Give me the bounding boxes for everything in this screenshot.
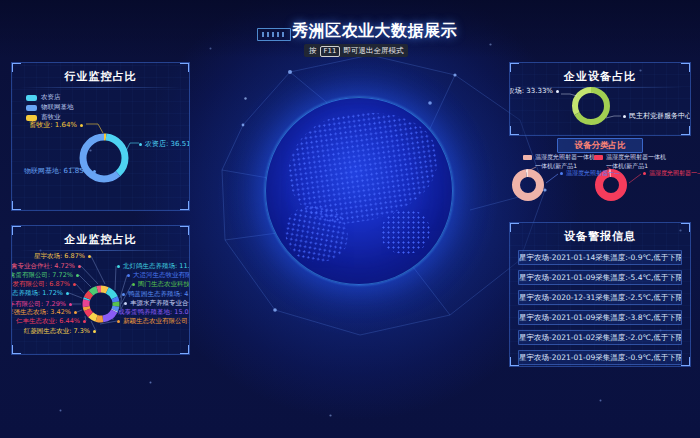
corner-bracket xyxy=(180,62,190,72)
header: 秀洲区农业大数据展示 按F11即可退出全屏模式 xyxy=(0,0,700,58)
enterprise-label: 新颖生态农业有限公司: 6.87% xyxy=(117,318,190,325)
alarm-row: 星宇农场-2021-01-09采集温度:-5.4℃,低于下限:0℃ xyxy=(518,270,682,285)
dashboard: 秀洲区农业大数据展示 按F11即可退出全屏模式 行业监控占比 农资店 物联网基地… xyxy=(0,0,700,438)
alarm-row: 星宇农场-2021-01-14采集温度:-0.9℃,低于下限:0℃ xyxy=(518,250,682,265)
panel-category: 设备分类占比 温湿度光照射器一体机 一体机(新产品1 温湿度光照射器一体机 一体… xyxy=(509,136,689,218)
enterprise-label: 丰源水产养殖专业合作社: 1. xyxy=(124,300,190,307)
callout-livestock: 畜牧业: 1.64% xyxy=(29,121,83,129)
enterprise-label: 和越家禽专业合作社: 4.72% xyxy=(11,263,81,270)
equipment-donut-chart[interactable] xyxy=(567,82,615,130)
panel-title-category: 设备分类占比 xyxy=(557,138,643,153)
enterprise-label: 陶门生态农业科技有限公 xyxy=(132,281,190,288)
enterprise-label: 红菱园生态农业: 7.3% xyxy=(24,328,96,335)
corner-bracket xyxy=(11,62,21,72)
category-left-legend-machine[interactable]: 温湿度光照射器一体机 xyxy=(535,153,595,160)
legend-swatch xyxy=(26,105,37,111)
enterprise-label: 鸭蓝园生态养殖场: 4.29% xyxy=(122,291,190,298)
panel-title-industry: 行业监控占比 xyxy=(12,63,189,84)
callout-iot: 物联网基地: 61.85% xyxy=(24,167,96,175)
panel-title-enterprise: 企业监控占比 xyxy=(12,226,189,247)
equipment-label-right: 民主村党群服务中心: xyxy=(623,112,691,120)
category-left-pointer: 温湿度光照射器一— xyxy=(560,169,620,176)
corner-bracket xyxy=(180,225,190,235)
corner-bracket xyxy=(509,62,519,72)
enterprise-label: 星宇农场: 6.87% xyxy=(34,253,91,260)
hint-prefix: 按 xyxy=(309,46,317,55)
corner-bracket xyxy=(11,201,21,211)
category-left-donut-chart[interactable] xyxy=(508,165,548,205)
corner-bracket xyxy=(681,222,691,232)
panel-enterprise: 企业监控占比 星宇农场: 6.87% 和越家禽专业合作社: 4.72% 家绿禽蛋… xyxy=(11,225,190,355)
corner-bracket xyxy=(681,62,691,72)
enterprise-label: 大运河生态牧业有限责任公 xyxy=(127,272,190,279)
enterprise-label: 仁丰生态农业: 6.44% xyxy=(16,318,86,325)
enterprise-label: 北灯鸽生态养殖场: 11.16% xyxy=(117,263,190,270)
corner-bracket xyxy=(11,345,21,355)
category-right-pointer: 温湿度光照射器一— xyxy=(643,169,700,176)
legend-item-iot[interactable]: 物联网基地 xyxy=(26,103,74,112)
category-right-legend-machine[interactable]: 温湿度光照射器一体机 xyxy=(606,153,666,160)
enterprise-label: 李强生态农场: 3.42% xyxy=(11,309,77,316)
corner-bracket xyxy=(180,201,190,211)
category-right-swatch xyxy=(594,155,603,160)
legend-swatch xyxy=(26,115,37,121)
corner-bracket xyxy=(681,126,691,136)
panel-title-alarms: 设备警报信息 xyxy=(510,223,690,244)
equipment-label-left: 星宇农场: 33.33% xyxy=(509,87,559,95)
alarm-row: 星宇农场-2021-01-09采集温度:-0.9℃,低于下限:0℃ xyxy=(518,350,682,365)
enterprise-label: 家绿禽蛋有限公司: 7.72% xyxy=(11,272,79,279)
legend-swatch xyxy=(26,95,37,101)
fullscreen-hint: 按F11即可退出全屏模式 xyxy=(304,44,408,57)
hint-suffix: 即可退出全屏模式 xyxy=(343,46,403,55)
panel-equipment: 企业设备占比 星宇农场: 33.33% 民主村党群服务中心: xyxy=(509,62,691,136)
enterprise-label: 中绿5年有限公司: 7.29% xyxy=(11,301,72,308)
alarm-row: 星宇农场-2021-01-09采集温度:-3.8℃,低于下限:0℃ xyxy=(518,310,682,325)
alarm-row: 星宇农场-2020-12-31采集温度:-2.5℃,低于下限:0℃ xyxy=(518,290,682,305)
alarm-row: 星宇农场-2021-01-02采集温度:-2.0℃,低于下限:0℃ xyxy=(518,330,682,345)
alarm-list: 星宇农场-2021-01-14采集温度:-0.9℃,低于下限:0℃星宇农场-20… xyxy=(510,250,690,367)
logo-badge xyxy=(257,28,291,41)
corner-bracket xyxy=(11,225,21,235)
f11-key: F11 xyxy=(320,46,341,57)
enterprise-label: 成泰蛋鸭养殖基地: 15.02% xyxy=(112,309,190,316)
callout-agri: 农资店: 36.51% xyxy=(139,140,190,148)
enterprise-label: 上华生态养殖场: 1.72% xyxy=(11,290,69,297)
panel-title-equipment: 企业设备占比 xyxy=(510,63,690,84)
corner-bracket xyxy=(509,222,519,232)
globe xyxy=(265,97,453,285)
legend-item-agri[interactable]: 农资店 xyxy=(26,93,74,102)
industry-donut-chart[interactable] xyxy=(72,126,136,190)
enterprise-label: 翔升发有限公司: 6.87% xyxy=(11,281,76,288)
corner-bracket xyxy=(509,126,519,136)
page-title: 秀洲区农业大数据展示 xyxy=(292,21,457,42)
corner-bracket xyxy=(180,345,190,355)
category-left-swatch xyxy=(523,155,532,160)
continent-dots xyxy=(381,210,429,255)
panel-industry: 行业监控占比 农资店 物联网基地 畜牧业 畜牧业: 1.64% 农资店: 36.… xyxy=(11,62,190,211)
panel-alarms: 设备警报信息 星宇农场-2021-01-14采集温度:-0.9℃,低于下限:0℃… xyxy=(509,222,691,367)
industry-legend: 农资店 物联网基地 畜牧业 xyxy=(26,93,74,123)
